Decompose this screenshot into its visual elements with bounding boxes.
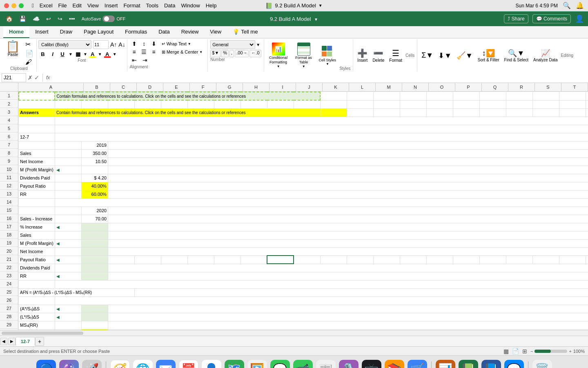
dock-photos[interactable]: 🖼️ (247, 360, 267, 368)
cell-styles-button[interactable]: Cell Styles ▼ (317, 44, 338, 67)
row-1[interactable]: 1 (0, 92, 18, 100)
cell-u21[interactable] (559, 256, 586, 264)
increase-decimal-button[interactable]: .00→ (235, 50, 249, 57)
cell-c17[interactable] (81, 223, 108, 231)
tab-review[interactable]: Review (176, 26, 205, 38)
col-header-k[interactable]: K (323, 83, 349, 91)
prev-sheet-button[interactable]: ◀ (0, 338, 7, 345)
row-3[interactable]: 3 (0, 108, 18, 116)
row-25[interactable]: 25 (0, 288, 18, 296)
cell-a3[interactable]: Answers (19, 108, 55, 117)
cell-rest-16[interactable] (108, 215, 588, 223)
cell-b23[interactable]: ◀ (55, 272, 81, 280)
row-8[interactable]: 8 (0, 149, 18, 157)
cell-g2[interactable] (187, 100, 214, 108)
cell-b9[interactable] (55, 157, 81, 166)
cell-k21[interactable] (294, 256, 320, 264)
help-menu[interactable]: Help (206, 2, 217, 9)
cell-l21[interactable] (320, 256, 347, 264)
autosum-button[interactable]: Σ▼ (420, 50, 435, 61)
cell-rest-13[interactable] (108, 190, 588, 198)
insert-menu[interactable]: Insert (105, 2, 118, 9)
normal-view-icon[interactable]: ▦ (503, 348, 509, 355)
format-painter-button[interactable]: 🖌 (24, 58, 35, 66)
cell-c29[interactable] (81, 321, 108, 329)
format-as-table-button[interactable]: Format as Table ▼ (292, 42, 316, 69)
row-12[interactable]: 12 (0, 182, 18, 190)
cell-rest-27[interactable] (108, 305, 588, 313)
dropdown-arrow-border[interactable]: ▼ (83, 52, 87, 56)
cell-f2[interactable] (161, 100, 187, 108)
cell-a1[interactable] (19, 92, 55, 100)
cell-v21[interactable] (586, 256, 588, 264)
cell-n3[interactable] (373, 108, 400, 117)
format-cells-button[interactable]: ☰ Format (388, 47, 404, 63)
cell-n1[interactable] (373, 92, 400, 100)
cell-b2[interactable] (55, 100, 81, 108)
cell-a5[interactable] (19, 125, 55, 133)
cell-u3[interactable] (559, 108, 586, 117)
dock-calendar[interactable]: 📅 (179, 360, 198, 368)
cell-b8[interactable] (55, 149, 81, 157)
cell-d2[interactable] (108, 100, 134, 108)
cell-b12[interactable] (55, 182, 81, 190)
tab-data[interactable]: Data (153, 26, 175, 38)
dropdown-arrow-num[interactable]: ▼ (256, 43, 260, 47)
cell-o3[interactable] (400, 108, 426, 117)
dock-tv[interactable]: 📺 (362, 360, 381, 368)
cell-c15[interactable]: 2020 (81, 206, 108, 215)
view-menu[interactable]: View (87, 2, 99, 9)
cell-a20[interactable]: Net Income (19, 247, 55, 256)
cell-a24[interactable] (19, 280, 55, 288)
horizontal-scrollbar[interactable] (0, 330, 588, 336)
row-17[interactable]: 17 (0, 222, 18, 231)
cell-a29[interactable]: MS₁(RR) (19, 321, 55, 329)
cell-b15[interactable] (55, 206, 81, 215)
col-header-n[interactable]: N (402, 83, 429, 91)
cell-b20[interactable] (55, 247, 81, 256)
edit-menu[interactable]: Edit (73, 2, 82, 9)
cell-k2[interactable] (294, 100, 320, 108)
cell-a15[interactable] (19, 206, 55, 215)
cell-t2[interactable] (532, 100, 559, 108)
cell-q21[interactable] (453, 256, 479, 264)
autosave-toggle[interactable]: AutoSave OFF (82, 16, 126, 22)
cell-rest-24[interactable] (55, 280, 588, 288)
dock-trash[interactable]: 🗑️ (532, 360, 552, 368)
align-center-button[interactable]: ☰ (140, 48, 149, 56)
col-header-b[interactable]: B (84, 83, 110, 91)
zoom-slider[interactable] (535, 350, 567, 353)
comments-button[interactable]: 💬 Comments (532, 14, 571, 23)
tab-page-layout[interactable]: Page Layout (78, 26, 119, 38)
align-left-button[interactable]: ≡ (130, 48, 139, 56)
copy-button[interactable]: 📄 (24, 49, 35, 58)
save-icon[interactable]: 💾 (18, 15, 28, 23)
cell-l3[interactable] (320, 108, 347, 117)
data-menu[interactable]: Data (164, 2, 175, 9)
dropdown-arrow-cs[interactable]: ▼ (326, 62, 329, 66)
bold-button[interactable]: B (38, 50, 47, 58)
share-button[interactable]: ⤴ Share (504, 14, 528, 23)
row-20[interactable]: 20 (0, 247, 18, 255)
dropdown-arrow-underline[interactable]: ▼ (69, 52, 73, 56)
dropdown-arrow-font-color[interactable]: ▼ (113, 52, 117, 56)
format-menu[interactable]: Format (123, 2, 140, 9)
row-29[interactable]: 29 (0, 321, 18, 329)
cell-b21[interactable]: ◀ (55, 256, 81, 264)
cell-i2[interactable] (241, 100, 267, 108)
cell-rest-29[interactable] (108, 321, 588, 329)
dock-podcasts[interactable]: 🎙️ (339, 360, 359, 368)
cell-c16[interactable]: 70.00 (81, 215, 108, 223)
cell-b17[interactable]: ◀ (55, 223, 81, 231)
cell-n2[interactable] (373, 100, 400, 108)
undo-icon[interactable]: ↩ (45, 15, 53, 23)
cell-f21[interactable] (161, 256, 187, 264)
cell-q2[interactable] (453, 100, 479, 108)
col-header-h[interactable]: H (243, 83, 270, 91)
align-right-button[interactable]: ≡ (149, 48, 158, 56)
clear-button[interactable]: 🧹▼ (455, 50, 474, 61)
minimize-button[interactable] (11, 3, 16, 8)
row-10[interactable]: 10 (0, 165, 18, 173)
cell-l1[interactable] (320, 92, 347, 100)
row-18[interactable]: 18 (0, 231, 18, 239)
